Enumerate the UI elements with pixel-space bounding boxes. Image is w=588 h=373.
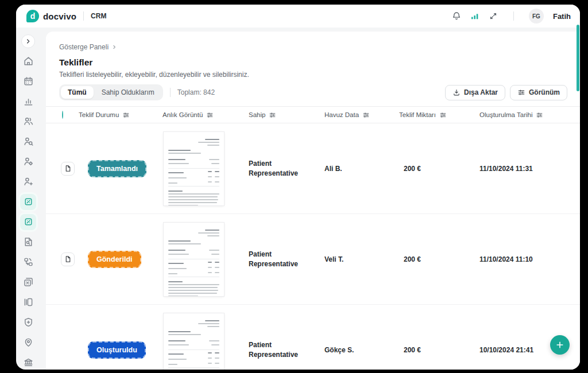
bar-chart-icon (23, 96, 34, 107)
offer-percent-icon (20, 194, 36, 210)
docvivo-logo-icon: d (26, 10, 39, 22)
column-filter-icon (362, 111, 370, 119)
sidebar (16, 28, 40, 370)
breadcrumb: Gösterge Paneli (46, 43, 580, 51)
table-header: Teklif Durumu Anlık Görüntü Sahip Havuz … (46, 106, 580, 123)
sidebar-item-users[interactable] (16, 111, 40, 131)
plus-icon (555, 340, 564, 349)
shield-add-icon (23, 317, 34, 328)
breadcrumb-link[interactable]: Gösterge Paneli (59, 43, 109, 51)
signal-bars-icon[interactable] (470, 11, 480, 21)
page-subtitle: Teklifleri listeleyebilir, ekleyebilir, … (46, 71, 580, 79)
owner-cell: Patient Representative (249, 250, 306, 268)
export-button-label: Dışa Aktar (464, 88, 498, 96)
sidebar-item-user-add[interactable] (16, 172, 40, 192)
tab-owned[interactable]: Sahip Olduklarım (95, 86, 161, 99)
column-header-created[interactable]: Oluşturulma Tarihi (479, 111, 560, 119)
user-avatar[interactable]: FG (529, 9, 544, 24)
offer-percent-icon (20, 214, 36, 230)
column-filter-icon (439, 111, 447, 119)
workflow-transfer-icon (23, 257, 34, 267)
sidebar-item-shield-add[interactable] (16, 312, 40, 332)
sliders-icon (517, 88, 525, 96)
cancel-copy-icon (23, 277, 34, 287)
sidebar-item-cancelled-documents[interactable] (16, 272, 40, 292)
top-bar: d docvivo CRM FG Fatih (16, 5, 580, 28)
table-row: Oluşturuldu Patient Representative Gökçe… (46, 305, 580, 370)
sidebar-item-offers[interactable] (16, 192, 40, 212)
amount-cell: 200 € (404, 165, 479, 173)
sidebar-item-user-search[interactable] (16, 131, 40, 151)
export-button[interactable]: Dışa Aktar (445, 85, 505, 100)
status-badge[interactable]: Gönderildi (88, 251, 141, 268)
pool-data-cell: Gökçe S. (324, 346, 399, 354)
file-document-button[interactable] (61, 252, 75, 266)
document-icon (64, 255, 72, 263)
sidebar-item-workflow-transfer[interactable] (16, 252, 40, 272)
notifications-bell-icon[interactable] (451, 11, 462, 21)
document-search-icon (23, 236, 34, 247)
sidebar-item-analytics[interactable] (16, 91, 40, 111)
column-label: Anlık Görüntü (163, 111, 203, 118)
column-label: Sahip (249, 111, 265, 118)
total-count: Toplam: 842 (177, 88, 215, 96)
column-label: Havuz Data (324, 111, 359, 118)
user-name[interactable]: Fatih (553, 12, 571, 21)
add-offer-button[interactable] (550, 335, 570, 355)
fullscreen-expand-icon[interactable] (488, 11, 498, 21)
status-badge[interactable]: Tamamlandı (88, 160, 146, 177)
owner-cell: Patient Representative (249, 340, 306, 359)
topbar-divider (83, 11, 84, 21)
topbar-divider (513, 11, 514, 21)
column-header-pool[interactable]: Havuz Data (324, 111, 399, 119)
created-date-cell: 10/10/2024 21:41 (479, 346, 560, 354)
sidebar-item-home[interactable] (16, 51, 40, 71)
toolbar-divider (170, 88, 171, 97)
table-row: Tamamlandı Patient Representative Ali B.… (46, 123, 580, 214)
sidebar-item-document-search[interactable] (16, 232, 40, 252)
user-add-icon (23, 176, 34, 187)
amount-cell: 200 € (404, 346, 479, 354)
sidebar-item-locations[interactable] (16, 332, 40, 352)
file-document-button[interactable] (61, 162, 75, 176)
sidebar-item-calendar[interactable] (16, 71, 40, 91)
column-header-status[interactable]: Teklif Durumu (79, 111, 163, 119)
calendar-icon (23, 76, 34, 87)
chevron-right-icon (111, 44, 117, 50)
sidebar-item-institution[interactable] (16, 352, 40, 370)
app-name: CRM (91, 12, 106, 20)
column-header-snapshot[interactable]: Anlık Görüntü (163, 111, 249, 119)
chevron-right-icon (21, 34, 35, 48)
select-all-checkbox[interactable] (62, 111, 63, 119)
column-filter-icon (206, 111, 214, 119)
user-search-icon (23, 136, 34, 147)
toolbar: Tümü Sahip Olduklarım Toplam: 842 Dışa A… (46, 84, 580, 100)
offer-snapshot-thumbnail[interactable] (164, 132, 224, 205)
sidebar-item-offers-alt[interactable] (16, 212, 40, 232)
amount-cell: 200 € (404, 255, 479, 263)
sidebar-item-panels[interactable] (16, 292, 40, 312)
column-filter-icon (536, 111, 543, 119)
table-row: Gönderildi Patient Representative Veli T… (46, 214, 580, 305)
tab-all[interactable]: Tümü (61, 86, 94, 99)
column-header-amount[interactable]: Teklif Miktarı (399, 111, 479, 119)
sidebar-item-user-settings[interactable] (16, 151, 40, 172)
brand-name: docvivo (43, 11, 76, 21)
offer-snapshot-thumbnail[interactable] (164, 223, 224, 296)
status-badge[interactable]: Oluşturuldu (88, 341, 146, 359)
column-label: Teklif Durumu (79, 111, 119, 118)
column-label: Oluşturulma Tarihi (479, 111, 532, 118)
users-icon (23, 116, 34, 127)
vertical-scrollbar[interactable] (577, 25, 579, 91)
user-settings-icon (23, 156, 34, 167)
offer-snapshot-thumbnail[interactable] (164, 313, 224, 370)
view-options-button[interactable]: Görünüm (510, 85, 567, 100)
home-icon (23, 56, 34, 67)
content-card: Gösterge Paneli Teklifler Teklifleri lis… (46, 32, 580, 370)
sidebar-expand-button[interactable] (16, 31, 40, 51)
pool-data-cell: Ali B. (324, 165, 399, 173)
column-filter-icon (269, 111, 276, 119)
app-window: d docvivo CRM FG Fatih (16, 5, 580, 370)
page-title: Teklifler (46, 57, 580, 68)
column-header-owner[interactable]: Sahip (249, 111, 324, 119)
